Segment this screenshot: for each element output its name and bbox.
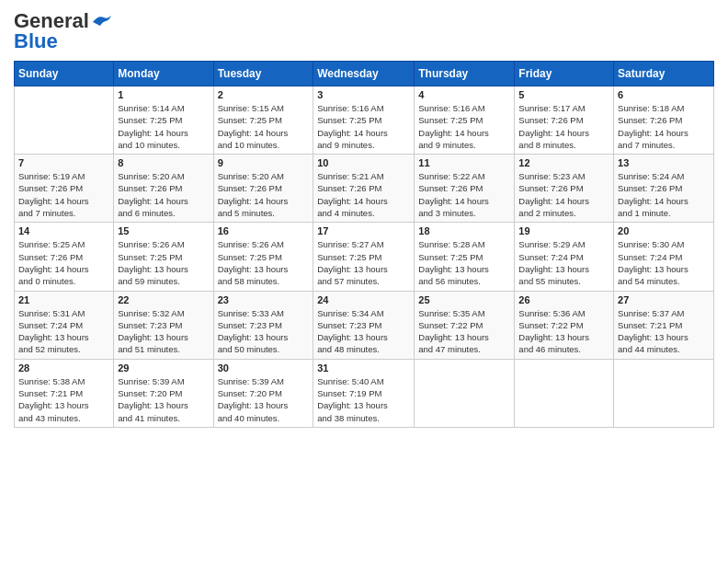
day-number: 24 <box>317 294 410 305</box>
day-info: Sunrise: 5:20 AM Sunset: 7:26 PM Dayligh… <box>118 170 209 219</box>
day-info: Sunrise: 5:33 AM Sunset: 7:23 PM Dayligh… <box>218 307 310 356</box>
calendar-cell <box>415 359 515 427</box>
day-info: Sunrise: 5:15 AM Sunset: 7:25 PM Dayligh… <box>218 102 310 151</box>
day-info: Sunrise: 5:32 AM Sunset: 7:23 PM Dayligh… <box>118 307 209 356</box>
day-number: 23 <box>218 294 310 305</box>
logo-blue-text: Blue <box>14 29 58 53</box>
logo: General Blue <box>14 9 111 53</box>
calendar-cell: 8Sunrise: 5:20 AM Sunset: 7:26 PM Daylig… <box>114 155 213 223</box>
day-number: 20 <box>618 225 710 236</box>
day-info: Sunrise: 5:40 AM Sunset: 7:19 PM Dayligh… <box>317 375 410 424</box>
day-number: 3 <box>317 89 410 100</box>
day-number: 5 <box>518 89 609 100</box>
calendar-cell: 20Sunrise: 5:30 AM Sunset: 7:24 PM Dayli… <box>614 223 714 291</box>
calendar-cell: 1Sunrise: 5:14 AM Sunset: 7:25 PM Daylig… <box>114 86 213 155</box>
calendar-cell: 14Sunrise: 5:25 AM Sunset: 7:26 PM Dayli… <box>15 223 114 291</box>
calendar-table: SundayMondayTuesdayWednesdayThursdayFrid… <box>14 61 714 428</box>
day-info: Sunrise: 5:16 AM Sunset: 7:25 PM Dayligh… <box>317 102 410 151</box>
day-number: 17 <box>317 225 410 236</box>
day-info: Sunrise: 5:39 AM Sunset: 7:20 PM Dayligh… <box>118 375 209 424</box>
week-row-2: 7Sunrise: 5:19 AM Sunset: 7:26 PM Daylig… <box>15 155 714 223</box>
day-info: Sunrise: 5:29 AM Sunset: 7:24 PM Dayligh… <box>518 238 609 287</box>
calendar-cell: 10Sunrise: 5:21 AM Sunset: 7:26 PM Dayli… <box>313 155 415 223</box>
day-info: Sunrise: 5:27 AM Sunset: 7:25 PM Dayligh… <box>317 238 410 287</box>
day-info: Sunrise: 5:35 AM Sunset: 7:22 PM Dayligh… <box>418 307 510 356</box>
calendar-cell: 25Sunrise: 5:35 AM Sunset: 7:22 PM Dayli… <box>415 291 515 359</box>
day-info: Sunrise: 5:34 AM Sunset: 7:23 PM Dayligh… <box>317 307 410 356</box>
calendar-cell: 12Sunrise: 5:23 AM Sunset: 7:26 PM Dayli… <box>515 155 614 223</box>
calendar-cell: 7Sunrise: 5:19 AM Sunset: 7:26 PM Daylig… <box>15 155 114 223</box>
day-info: Sunrise: 5:36 AM Sunset: 7:22 PM Dayligh… <box>518 307 609 356</box>
day-number: 12 <box>518 157 609 168</box>
calendar-cell: 17Sunrise: 5:27 AM Sunset: 7:25 PM Dayli… <box>313 223 415 291</box>
column-header-thursday: Thursday <box>415 62 515 86</box>
calendar-cell: 19Sunrise: 5:29 AM Sunset: 7:24 PM Dayli… <box>515 223 614 291</box>
day-info: Sunrise: 5:16 AM Sunset: 7:25 PM Dayligh… <box>418 102 510 151</box>
day-info: Sunrise: 5:14 AM Sunset: 7:25 PM Dayligh… <box>118 102 209 151</box>
calendar-cell: 22Sunrise: 5:32 AM Sunset: 7:23 PM Dayli… <box>114 291 213 359</box>
calendar-cell: 21Sunrise: 5:31 AM Sunset: 7:24 PM Dayli… <box>15 291 114 359</box>
day-number: 22 <box>118 294 209 305</box>
day-number: 30 <box>218 362 310 373</box>
calendar-cell: 4Sunrise: 5:16 AM Sunset: 7:25 PM Daylig… <box>415 86 515 155</box>
calendar-cell: 5Sunrise: 5:17 AM Sunset: 7:26 PM Daylig… <box>515 86 614 155</box>
calendar-cell: 16Sunrise: 5:26 AM Sunset: 7:25 PM Dayli… <box>213 223 313 291</box>
day-info: Sunrise: 5:26 AM Sunset: 7:25 PM Dayligh… <box>118 238 209 287</box>
day-number: 29 <box>118 362 209 373</box>
calendar-cell: 18Sunrise: 5:28 AM Sunset: 7:25 PM Dayli… <box>415 223 515 291</box>
calendar-cell: 30Sunrise: 5:39 AM Sunset: 7:20 PM Dayli… <box>213 359 313 427</box>
calendar-cell: 23Sunrise: 5:33 AM Sunset: 7:23 PM Dayli… <box>213 291 313 359</box>
day-info: Sunrise: 5:19 AM Sunset: 7:26 PM Dayligh… <box>18 170 109 219</box>
day-number: 15 <box>118 225 209 236</box>
column-header-wednesday: Wednesday <box>313 62 415 86</box>
day-number: 26 <box>518 294 609 305</box>
week-row-1: 1Sunrise: 5:14 AM Sunset: 7:25 PM Daylig… <box>15 86 714 155</box>
day-info: Sunrise: 5:38 AM Sunset: 7:21 PM Dayligh… <box>18 375 109 424</box>
day-number: 8 <box>118 157 209 168</box>
column-header-monday: Monday <box>114 62 213 86</box>
day-info: Sunrise: 5:18 AM Sunset: 7:26 PM Dayligh… <box>618 102 710 151</box>
column-header-sunday: Sunday <box>15 62 114 86</box>
calendar-cell: 27Sunrise: 5:37 AM Sunset: 7:21 PM Dayli… <box>614 291 714 359</box>
day-info: Sunrise: 5:39 AM Sunset: 7:20 PM Dayligh… <box>218 375 310 424</box>
calendar-cell: 6Sunrise: 5:18 AM Sunset: 7:26 PM Daylig… <box>614 86 714 155</box>
day-info: Sunrise: 5:31 AM Sunset: 7:24 PM Dayligh… <box>18 307 109 356</box>
calendar-cell: 2Sunrise: 5:15 AM Sunset: 7:25 PM Daylig… <box>213 86 313 155</box>
page-header: General Blue <box>14 9 714 53</box>
calendar-cell: 15Sunrise: 5:26 AM Sunset: 7:25 PM Dayli… <box>114 223 213 291</box>
column-header-saturday: Saturday <box>614 62 714 86</box>
calendar-body: 1Sunrise: 5:14 AM Sunset: 7:25 PM Daylig… <box>15 86 714 428</box>
day-info: Sunrise: 5:24 AM Sunset: 7:26 PM Dayligh… <box>618 170 710 219</box>
calendar-cell: 26Sunrise: 5:36 AM Sunset: 7:22 PM Dayli… <box>515 291 614 359</box>
day-number: 27 <box>618 294 710 305</box>
day-info: Sunrise: 5:22 AM Sunset: 7:26 PM Dayligh… <box>418 170 510 219</box>
day-info: Sunrise: 5:17 AM Sunset: 7:26 PM Dayligh… <box>518 102 609 151</box>
day-info: Sunrise: 5:37 AM Sunset: 7:21 PM Dayligh… <box>618 307 710 356</box>
day-number: 7 <box>18 157 109 168</box>
logo-bird-icon <box>91 13 111 29</box>
day-number: 9 <box>218 157 310 168</box>
calendar-cell: 11Sunrise: 5:22 AM Sunset: 7:26 PM Dayli… <box>415 155 515 223</box>
calendar-cell <box>15 86 114 155</box>
day-info: Sunrise: 5:25 AM Sunset: 7:26 PM Dayligh… <box>18 238 109 287</box>
day-info: Sunrise: 5:28 AM Sunset: 7:25 PM Dayligh… <box>418 238 510 287</box>
day-info: Sunrise: 5:26 AM Sunset: 7:25 PM Dayligh… <box>218 238 310 287</box>
calendar-cell <box>614 359 714 427</box>
day-info: Sunrise: 5:21 AM Sunset: 7:26 PM Dayligh… <box>317 170 410 219</box>
column-header-friday: Friday <box>515 62 614 86</box>
day-number: 31 <box>317 362 410 373</box>
calendar-cell: 29Sunrise: 5:39 AM Sunset: 7:20 PM Dayli… <box>114 359 213 427</box>
day-number: 19 <box>518 225 609 236</box>
day-number: 16 <box>218 225 310 236</box>
day-number: 28 <box>18 362 109 373</box>
day-number: 2 <box>218 89 310 100</box>
calendar-cell: 9Sunrise: 5:20 AM Sunset: 7:26 PM Daylig… <box>213 155 313 223</box>
day-number: 4 <box>418 89 510 100</box>
calendar-cell: 13Sunrise: 5:24 AM Sunset: 7:26 PM Dayli… <box>614 155 714 223</box>
day-number: 10 <box>317 157 410 168</box>
day-number: 25 <box>418 294 510 305</box>
day-number: 21 <box>18 294 109 305</box>
calendar-cell: 31Sunrise: 5:40 AM Sunset: 7:19 PM Dayli… <box>313 359 415 427</box>
calendar-cell: 24Sunrise: 5:34 AM Sunset: 7:23 PM Dayli… <box>313 291 415 359</box>
week-row-4: 21Sunrise: 5:31 AM Sunset: 7:24 PM Dayli… <box>15 291 714 359</box>
